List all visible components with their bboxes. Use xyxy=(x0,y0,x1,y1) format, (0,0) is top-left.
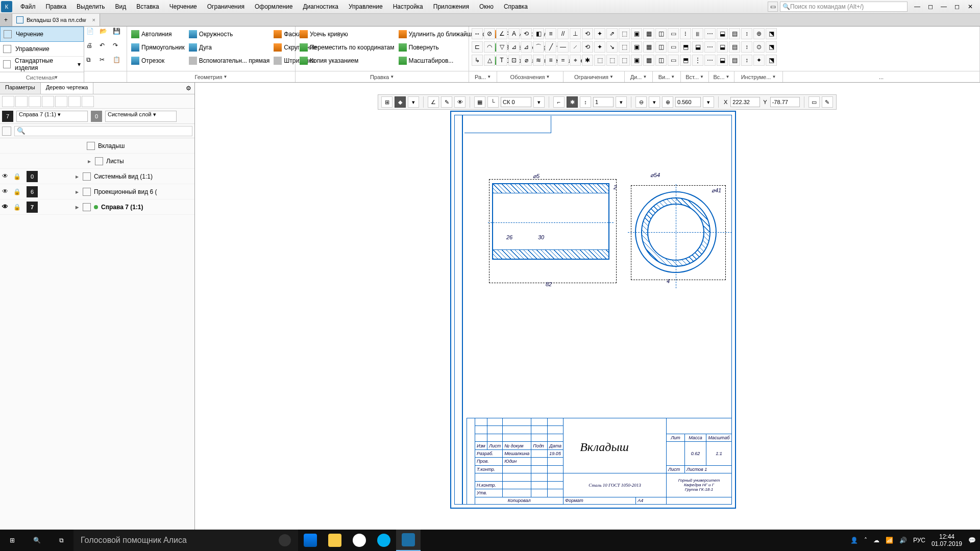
zoom-input[interactable] xyxy=(675,97,701,107)
visibility-icon[interactable]: 👁 xyxy=(2,172,10,181)
tree-view-6[interactable]: 👁🔒 6 ▸ Проекционный вид 6 ( xyxy=(0,184,194,199)
new-tab-button[interactable]: + xyxy=(0,14,12,26)
ribbon-icon[interactable]: ≡ xyxy=(545,55,556,66)
ribbon-icon[interactable]: ↘ xyxy=(606,41,618,53)
ribbon-icon[interactable]: ⊘ xyxy=(484,28,495,39)
menu-apps[interactable]: Приложения xyxy=(428,1,474,12)
new-file-icon[interactable]: 📄 xyxy=(86,28,99,41)
side-tool-icon[interactable] xyxy=(15,96,28,107)
minimize-button[interactable]: — xyxy=(938,2,949,11)
vb-icon[interactable]: ◆ xyxy=(395,96,406,108)
ribbon-icon[interactable]: A xyxy=(508,28,520,39)
vb-dropdown-icon[interactable]: ▾ xyxy=(616,96,627,108)
paste-icon[interactable]: 📋 xyxy=(113,56,125,69)
ribbon-icon[interactable]: ◫ xyxy=(655,28,667,39)
snap-icon[interactable]: ✱ xyxy=(567,96,578,108)
drawing-canvas[interactable]: ⌀5 2 26 30 82 ⌀54 ⌀41 4 xyxy=(195,83,980,535)
vb-dropdown-icon[interactable]: ▾ xyxy=(533,96,545,108)
ribbon-icon[interactable]: // xyxy=(557,28,569,39)
ribbon-icon[interactable]: ◧ xyxy=(533,28,544,39)
ribbon-icon[interactable]: ✱ xyxy=(582,55,593,66)
close-tab-icon[interactable]: × xyxy=(89,17,95,23)
tree-sheets[interactable]: ▸Листы xyxy=(0,154,194,169)
ribbon-icon[interactable]: ⊿ xyxy=(521,41,532,53)
tool-arc[interactable]: Дуга xyxy=(187,41,272,54)
taskbar-app-explorer[interactable] xyxy=(323,530,347,551)
tray-cloud-icon[interactable]: ☁ xyxy=(873,537,879,544)
copy-icon[interactable]: ⧉ xyxy=(86,56,99,69)
tool-segment[interactable]: Отрезок xyxy=(129,54,187,67)
coord-x[interactable] xyxy=(730,97,760,107)
ribbon-icon[interactable]: ⬔ xyxy=(766,28,777,39)
ribbon-icon[interactable]: ∠ xyxy=(496,28,507,39)
ribbon-icon[interactable]: ⇗ xyxy=(606,28,618,39)
ribbon-icon[interactable]: ⋮ xyxy=(692,55,703,66)
tree-search-input[interactable] xyxy=(14,126,192,136)
ribbon-icon[interactable]: ↕ xyxy=(741,41,752,53)
ribbon-icon[interactable]: ▣ xyxy=(631,55,642,66)
ribbon-icon[interactable]: ⬓ xyxy=(717,28,728,39)
command-search[interactable]: 🔍 Поиск по командам (Alt+/) xyxy=(780,2,908,12)
ribbon-icon[interactable]: ⊿ xyxy=(508,41,520,53)
menu-window[interactable]: Окно xyxy=(474,1,499,12)
ribbon-icon[interactable]: ⬚ xyxy=(619,28,630,39)
ribbon-icon[interactable]: ▣ xyxy=(631,28,642,39)
document-tab[interactable]: Вкладыш 03 на пл.cdw × xyxy=(12,14,100,26)
ribbon-icon[interactable]: ≋ xyxy=(533,55,544,66)
ribbon-icon[interactable]: ⋯ xyxy=(704,41,716,53)
mode-section-selector[interactable]: Системная ▾ xyxy=(0,72,84,82)
ribbon-icon[interactable]: ✦ xyxy=(594,28,605,39)
vb-dropdown-icon[interactable]: ▾ xyxy=(703,96,714,108)
ribbon-icon[interactable]: ▤ xyxy=(729,41,740,53)
ribbon-icon[interactable]: ▭ xyxy=(668,41,679,53)
cut-icon[interactable]: ✂ xyxy=(100,56,112,69)
zoom-out-icon[interactable]: ⊖ xyxy=(635,96,647,108)
side-tab-tree[interactable]: Дерево чертежа xyxy=(41,83,94,94)
mode-std-parts[interactable]: Стандартные изделия▾ xyxy=(0,57,84,72)
view-selector[interactable]: Справа 7 (1:1) ▾ xyxy=(16,111,88,122)
menu-drafting[interactable]: Черчение xyxy=(164,1,202,12)
lock-icon[interactable]: 🔒 xyxy=(13,173,20,180)
ribbon-icon[interactable]: ⊥ xyxy=(570,28,581,39)
lock-icon[interactable]: 🔒 xyxy=(13,188,20,195)
side-tool-icon[interactable] xyxy=(42,96,54,107)
ribbon-icon[interactable]: ⬚ xyxy=(619,55,630,66)
ribbon-icon[interactable]: ⫼ xyxy=(692,28,703,39)
ribbon-icon[interactable]: ⬔ xyxy=(766,55,777,66)
ribbon-icon[interactable]: ⬒ xyxy=(680,55,691,66)
layout-toggle-icon[interactable]: ▭ xyxy=(768,2,778,12)
ribbon-icon[interactable]: ▤ xyxy=(729,28,740,39)
ribbon-icon[interactable]: ⬔ xyxy=(766,41,777,53)
menu-design[interactable]: Оформление xyxy=(250,1,298,12)
ribbon-icon[interactable]: ⬚ xyxy=(594,55,605,66)
ribbon-icon[interactable]: △ xyxy=(484,55,495,66)
menu-insert[interactable]: Вставка xyxy=(131,1,164,12)
tray-notifications-icon[interactable]: 💬 xyxy=(968,537,976,544)
ribbon-icon[interactable]: ⟲ xyxy=(582,41,593,53)
tray-lang[interactable]: РУС xyxy=(913,537,925,544)
ribbon-icon[interactable]: ◫ xyxy=(655,41,667,53)
ribbon-icon[interactable]: ↕ xyxy=(741,55,752,66)
zoom-in-icon[interactable]: ⊕ xyxy=(662,96,673,108)
menu-help[interactable]: Справка xyxy=(499,1,533,12)
ribbon-icon[interactable]: ⊙ xyxy=(753,41,765,53)
ribbon-icon[interactable]: ⌀ xyxy=(521,55,532,66)
ribbon-icon[interactable]: ▦ xyxy=(643,28,654,39)
tool-trim[interactable]: Усечь кривую xyxy=(298,28,397,41)
side-tool-icon[interactable] xyxy=(29,96,41,107)
menu-manage[interactable]: Управление xyxy=(344,1,388,12)
menu-view[interactable]: Вид xyxy=(110,1,131,12)
ribbon-icon[interactable]: ▣ xyxy=(631,41,642,53)
vb-icon[interactable]: ✎ xyxy=(822,96,833,108)
vb-icon[interactable]: ⊞ xyxy=(381,96,393,108)
ribbon-icon[interactable]: ▽ xyxy=(496,41,507,53)
ribbon-icon[interactable]: = xyxy=(557,55,569,66)
vb-icon[interactable]: 👁 xyxy=(454,96,465,108)
redo-icon[interactable]: ↷ xyxy=(113,42,125,55)
ribbon-icon[interactable]: ⋯ xyxy=(704,55,716,66)
ribbon-icon[interactable]: ≡ xyxy=(545,28,556,39)
scale-axis-icon[interactable]: ↕ xyxy=(580,96,591,108)
vb-icon[interactable]: ∠ xyxy=(428,96,439,108)
ribbon-icon[interactable]: ⫶ xyxy=(680,28,691,39)
menu-edit[interactable]: Правка xyxy=(41,1,72,12)
